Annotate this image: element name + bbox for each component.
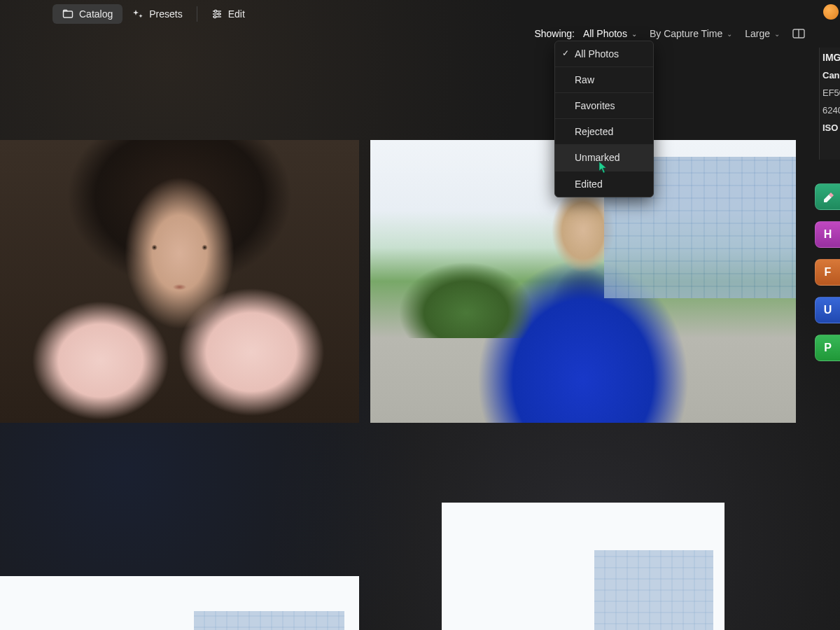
catalog-button[interactable]: Catalog [52, 4, 122, 24]
sort-filter[interactable]: By Capture Time ⌄ [650, 28, 732, 39]
svg-point-6 [214, 15, 216, 18]
info-panel: IMG Can EF50 6240 ISO [819, 48, 840, 160]
dropdown-item-favorites[interactable]: Favorites [555, 93, 653, 119]
toolbar-separator [197, 6, 197, 22]
info-iso: ISO [822, 122, 837, 133]
photo-thumbnail[interactable] [442, 503, 724, 630]
p-tool-button[interactable]: P [815, 335, 840, 361]
presets-button[interactable]: Presets [122, 4, 192, 24]
dropdown-item-rejected[interactable]: Rejected [555, 119, 653, 145]
eraser-tool-button[interactable] [815, 183, 840, 210]
presets-label: Presets [149, 8, 182, 20]
info-resolution: 6240 [822, 105, 837, 115]
photo-thumbnail[interactable] [0, 140, 359, 423]
size-label: Large [745, 28, 770, 39]
chevron-down-icon: ⌄ [774, 30, 780, 38]
dropdown-item-raw[interactable]: Raw [555, 67, 653, 93]
p-label: P [824, 342, 832, 354]
u-label: U [824, 304, 832, 316]
dropdown-label: Unmarked [575, 152, 620, 163]
h-label: H [824, 228, 832, 241]
photo-thumbnail[interactable] [0, 576, 359, 630]
sparkle-icon [132, 8, 144, 20]
showing-prefix: Showing: [534, 28, 575, 39]
dropdown-item-edited[interactable]: Edited [555, 172, 653, 197]
svg-point-4 [218, 13, 220, 15]
top-toolbar: Catalog Presets Edit [52, 4, 255, 24]
chevron-down-icon: ⌄ [727, 30, 732, 38]
account-avatar[interactable] [823, 4, 839, 20]
dropdown-item-unmarked[interactable]: Unmarked [555, 145, 653, 171]
showing-dropdown: All Photos Raw Favorites Rejected Unmark… [554, 41, 654, 197]
chevron-down-icon: ⌄ [631, 30, 637, 38]
edit-button[interactable]: Edit [202, 4, 255, 24]
showing-value: All Photos [583, 28, 627, 39]
size-filter[interactable]: Large ⌄ [745, 28, 780, 39]
eraser-icon [821, 190, 835, 204]
h-tool-button[interactable]: H [815, 221, 840, 248]
dropdown-label: Favorites [575, 100, 615, 111]
dropdown-label: Edited [575, 178, 603, 190]
dropdown-label: Rejected [575, 126, 613, 137]
sliders-icon [211, 8, 223, 20]
compare-view-button[interactable] [792, 29, 805, 38]
svg-rect-0 [64, 11, 73, 18]
dropdown-label: Raw [575, 74, 594, 85]
filter-bar: Showing: All Photos ⌄ By Capture Time ⌄ … [534, 28, 805, 39]
edit-label: Edit [228, 8, 245, 20]
dropdown-item-all-photos[interactable]: All Photos [555, 41, 653, 67]
folder-icon [62, 8, 74, 20]
showing-filter[interactable]: Showing: All Photos ⌄ [534, 28, 637, 39]
svg-point-2 [214, 10, 216, 12]
tool-rail: H F U P [815, 183, 840, 361]
compare-icon [792, 29, 805, 38]
catalog-label: Catalog [79, 8, 113, 20]
info-filename: IMG [822, 52, 837, 63]
sort-label: By Capture Time [650, 28, 722, 39]
u-tool-button[interactable]: U [815, 297, 840, 323]
info-lens: EF50 [822, 88, 837, 98]
f-label: F [825, 266, 832, 279]
dropdown-label: All Photos [575, 48, 619, 59]
f-tool-button[interactable]: F [815, 259, 840, 286]
info-camera: Can [822, 70, 837, 80]
